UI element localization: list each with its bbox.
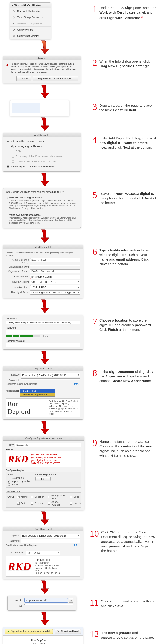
name-label: Name (e.g. John Smith): (6, 258, 29, 264)
sign-with-certificate-item[interactable]: ✎ Sign with Certificate (10, 8, 51, 14)
flow-arrow-icon (0, 351, 88, 365)
password-input[interactable]: •••••••••• (21, 539, 80, 543)
tags-input[interactable] (24, 604, 73, 605)
ribbon-outline-icon: ✪ (12, 34, 16, 38)
imported-graphic-option[interactable]: Imported graphic (7, 480, 31, 483)
chk-date[interactable]: Date (17, 502, 28, 504)
chk-logo[interactable]: Logo (70, 496, 81, 498)
step-number: 8 (90, 368, 97, 378)
footnote-ref-icon: * (141, 16, 143, 20)
signas-label: Sign As: (6, 534, 20, 538)
import-from-label: Import Graphic from: (36, 473, 56, 476)
appearance-select[interactable]: Ron—Office (26, 550, 60, 555)
step-number: 10 (90, 529, 99, 538)
title-label: Title: (6, 443, 14, 447)
radio-selected-icon (7, 197, 8, 199)
appearance-option-create[interactable]: Create New Appearance… (20, 393, 54, 396)
dialog-lead-text: I want to sign this document using: (6, 140, 78, 142)
use-select[interactable]: Digital Signatures and Data Encryption (30, 290, 80, 295)
step-number: 2 (90, 58, 97, 68)
ribbon-icon: ✪ (12, 28, 16, 31)
confirm-password-input[interactable]: •••••••• (6, 343, 80, 347)
org-label: Organization Name: (6, 269, 29, 274)
title-input[interactable]: Ron—Office (15, 443, 82, 447)
signature-preview-graphic: RKD (8, 454, 28, 464)
clock-icon: ◷ (12, 16, 16, 19)
drag-rectangle-button[interactable]: Drag New Signature Rectangle … (33, 76, 78, 81)
radio-icon (8, 483, 10, 486)
confirm-label: Confirm Password: (6, 340, 80, 342)
radio-selected-icon (8, 480, 10, 482)
signas-select[interactable]: Ron Depford (Ron Depford) 2019.02.19 (21, 373, 80, 377)
page-canvas[interactable] (10, 100, 70, 116)
dialog-title: Acrobat (3, 56, 81, 60)
saveas-input[interactable]: proposal-notes.pdf (24, 598, 68, 602)
info-link[interactable]: Info… (74, 383, 80, 385)
chk-adobe[interactable]: Adobe Version (48, 500, 67, 506)
flow-arrow-icon (0, 580, 88, 594)
chk-name[interactable]: Name (17, 496, 28, 498)
radio-icon (8, 477, 10, 479)
password-input[interactable]: •••••••• (6, 330, 80, 334)
option-title: New PKCS#12 digital ID file (9, 196, 42, 199)
chk-reason[interactable]: Reason (31, 502, 44, 504)
step-text: Leave the New PKCS#12 digital ID file op… (99, 190, 156, 206)
appearance-label: Appearance: (6, 389, 19, 392)
saveas-label: Save As: (10, 598, 23, 602)
chk-labels[interactable]: Labels (70, 502, 81, 504)
dialog-title: Sign Document (3, 366, 83, 371)
orgunit-input[interactable] (30, 265, 80, 266)
chk-dn[interactable]: Distinguished name (48, 494, 67, 500)
signature-panel-button[interactable]: ✎ Signature Panel (54, 629, 81, 634)
identity-dialog: Add Digital ID Enter your identity infor… (3, 245, 83, 298)
new-id-option[interactable]: A new digital ID I want to create now (6, 164, 78, 169)
timestamp-item[interactable]: ◷ Time Stamp Document (10, 14, 51, 20)
step-number: 9 (90, 438, 97, 448)
option-desc: Your digital ID will be stored in the Wi… (10, 217, 77, 224)
info-dialog: Acrobat ▲ To begin signing, choose the '… (3, 56, 81, 84)
file-input[interactable]: /Users/jbaker/Library/Application Suppor… (6, 320, 80, 324)
expand-button[interactable]: ▾ (69, 598, 73, 602)
file-button[interactable]: File… (36, 477, 51, 481)
windows-store-option[interactable]: Windows Certificate Store Your digital I… (6, 212, 78, 226)
chevron-down-icon: ▾ (12, 4, 13, 7)
pkcs12-option[interactable]: New PKCS#12 digital ID file Creates a ne… (6, 195, 78, 211)
radio-icon (7, 145, 9, 148)
item-label: Certify (Visible) (17, 28, 34, 31)
work-with-certificates-panel: ▾ Work with Certificates ✎ Sign with Cer… (10, 2, 51, 39)
org-input[interactable]: Depford Mechanical (30, 269, 80, 274)
signas-select[interactable]: Ron Depford (Ron Depford) 2019.02.19 (21, 534, 80, 538)
step-number: 12 (90, 630, 99, 639)
chk-location[interactable]: Location (31, 496, 44, 498)
dialog-lead-text: Where would you like to store your self-… (6, 191, 78, 193)
checkmark-icon: ✔ (12, 22, 16, 25)
name-input[interactable]: Ron Depford (30, 258, 80, 262)
appearance-option-standard[interactable]: Standard Text (20, 390, 54, 393)
existing-id-option[interactable]: My existing digital ID from: (6, 144, 78, 149)
signature-preview-details: Ron Depford cn=Ron Depford, o=Depford Me… (34, 558, 60, 574)
signature-field-rect[interactable] (12, 102, 40, 113)
password-input[interactable] (21, 378, 80, 380)
country-label: Country/Region: (6, 280, 29, 284)
radio-icon (7, 214, 8, 216)
dialog-lead-text: Enter your identity information to be us… (6, 252, 80, 256)
email-input[interactable]: ron@depford.com (30, 274, 80, 279)
option-title: Windows Certificate Store (10, 214, 41, 216)
keyalg-select[interactable]: 1024-bit RSA (30, 285, 80, 289)
name-graphic-option[interactable]: Name (7, 483, 31, 486)
info-link[interactable]: Info… (74, 544, 80, 547)
certify-invisible-item[interactable]: ✪ Certify (Not Visible) (10, 33, 51, 39)
step-text: Under the Fill & Sign pane, open the Wor… (99, 4, 156, 20)
show-label: Show: (7, 473, 31, 476)
item-label: Certify (Not Visible) (17, 34, 39, 37)
wc-panel-header[interactable]: ▾ Work with Certificates (10, 2, 51, 8)
no-graphic-option[interactable]: No graphic (7, 476, 31, 480)
cancel-button[interactable]: Cancel (16, 76, 31, 81)
adobe-icon: ▲ (6, 63, 9, 81)
step-text: Drag an area on the page to place the ne… (99, 102, 156, 113)
certify-visible-item[interactable]: ✪ Certify (Visible) (10, 27, 51, 33)
country-select[interactable]: US – UNITED STATES (30, 280, 80, 284)
step-number: 7 (90, 317, 97, 326)
signature-icon: ✎ (57, 630, 59, 633)
password-strength-meter: Strong (6, 335, 80, 338)
